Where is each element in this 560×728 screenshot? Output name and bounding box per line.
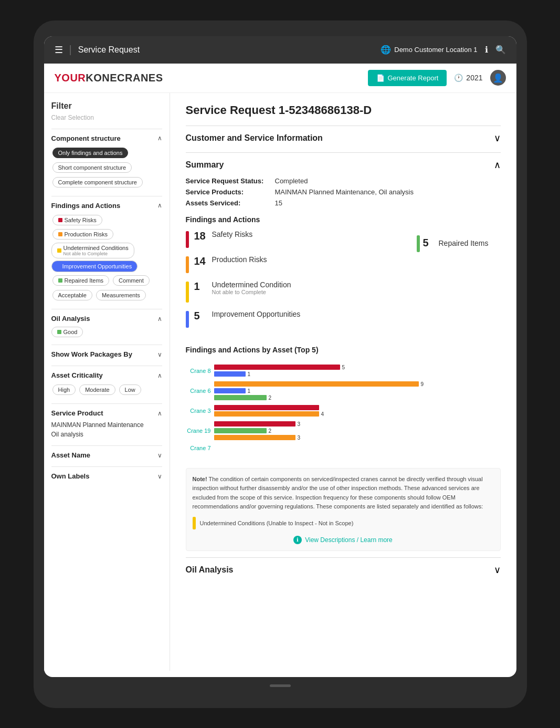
own-labels-header[interactable]: Own Labels ∨	[51, 472, 162, 480]
service-request-title: Service Request 1-52348686138-D	[186, 103, 501, 117]
report-icon: 📄	[376, 74, 385, 82]
asset-criticality-chevron[interactable]: ∧	[157, 372, 162, 379]
mainman-item: MAINMAN Planned Maintenance	[51, 421, 162, 429]
component-option-short[interactable]: Short component structure	[52, 162, 132, 173]
asset-criticality-header[interactable]: Asset Criticality ∧	[51, 371, 162, 379]
findings-actions-header[interactable]: Findings and Actions ∧	[51, 202, 162, 210]
findings-actions-chevron[interactable]: ∧	[157, 202, 162, 209]
crane8-bar-red: 5	[214, 365, 501, 370]
own-labels-section: Own Labels ∨	[51, 466, 162, 480]
learn-more-link[interactable]: ℹ View Descriptions / Learn more	[193, 536, 494, 544]
nav-title: Service Request	[78, 45, 140, 55]
asset-name-section: Asset Name ∨	[51, 445, 162, 459]
findings-actions-content-title: Findings and Actions	[186, 215, 501, 224]
crane19-row: Crane 19 3 2	[186, 421, 501, 441]
crane3-bars: 4	[214, 405, 501, 417]
work-packages-section: Show Work Packages By ∨	[51, 345, 162, 358]
crane8-red-bar	[214, 365, 340, 370]
crane8-red-num: 5	[342, 365, 345, 370]
oil-good-chip[interactable]: Good	[51, 327, 83, 337]
sidebar: Filter Clear Selection Component structu…	[44, 93, 170, 671]
oil-analysis-accordion-header[interactable]: Oil Analysis ∨	[186, 558, 501, 582]
component-option-complete[interactable]: Complete component structure	[52, 177, 143, 188]
crane3-label: Crane 3	[186, 408, 211, 414]
comment-chip[interactable]: Comment	[113, 275, 150, 286]
high-chip[interactable]: High	[52, 384, 76, 395]
improvement-chip[interactable]: Improvement Opportunities	[51, 261, 138, 272]
oil-analysis-item: Oil analysis	[51, 431, 162, 438]
findings-layout: 18 Safety Risks 14 Production Risks	[186, 230, 501, 335]
crane19-red-num: 3	[298, 421, 301, 427]
customer-chevron-icon: ∨	[494, 132, 501, 144]
customer-service-header[interactable]: Customer and Service Information ∨	[186, 126, 501, 150]
logo: YOURKONECRANES	[55, 72, 163, 84]
repaired-row: 5 Repaired Items	[417, 234, 501, 252]
crane19-bar-green: 2	[214, 428, 501, 434]
summary-title: Summary	[186, 160, 224, 170]
undetermined-note: Undetermined Conditions (Unable to Inspe…	[193, 517, 494, 529]
acceptable-label: Acceptable	[58, 292, 87, 298]
logo-brand: KONECRANES	[86, 72, 163, 84]
component-structure-chevron[interactable]: ∧	[157, 134, 162, 142]
undetermined-label: Undetermined Conditions	[64, 245, 129, 251]
oil-analysis-title: Oil Analysis	[51, 315, 90, 323]
work-packages-chevron[interactable]: ∨	[157, 351, 162, 358]
findings-right-col: 5 Repaired Items	[417, 230, 501, 335]
own-labels-title: Own Labels	[51, 472, 90, 480]
user-avatar[interactable]: 👤	[490, 70, 506, 86]
crane6-bar-orange: 9	[214, 381, 501, 387]
service-product-chevron[interactable]: ∧	[157, 410, 162, 417]
component-option-findings[interactable]: Only findings and actions	[52, 148, 129, 158]
crane6-orange-bar	[214, 381, 419, 387]
work-packages-header[interactable]: Show Work Packages By ∨	[51, 350, 162, 358]
bar-chart: Crane 8 5 1	[186, 360, 501, 460]
note-section: Note! The condition of certain component…	[186, 468, 501, 551]
repaired-bar	[417, 235, 420, 252]
safety-risks-count: 18	[194, 230, 207, 242]
oil-analysis-chevron[interactable]: ∧	[157, 315, 162, 323]
service-product-title: Service Product	[51, 409, 103, 417]
clear-selection-button[interactable]: Clear Selection	[51, 114, 162, 121]
status-value: Completed	[275, 177, 501, 185]
measurements-chip[interactable]: Measurements	[96, 290, 146, 300]
status-label: Service Request Status:	[186, 177, 270, 185]
safety-risks-label: Safety Risks	[65, 217, 97, 223]
repaired-items-chip[interactable]: Repaired Items	[52, 275, 110, 286]
asset-name-header[interactable]: Asset Name ∨	[51, 451, 162, 459]
yellow-bar-icon	[193, 517, 196, 529]
crane19-bar-red: 3	[214, 421, 501, 427]
hamburger-icon[interactable]: ☰	[55, 44, 63, 56]
undetermined-chip[interactable]: Undetermined Conditions Not able to Comp…	[51, 243, 134, 259]
top-nav-right: 🌐 Demo Customer Location 1 ℹ 🔍	[381, 45, 505, 55]
crane8-label: Crane 8	[186, 368, 211, 374]
undetermined-note-text: Undetermined Conditions (Unable to Inspe…	[200, 520, 354, 526]
note-body: The condition of certain components on s…	[193, 476, 483, 510]
safety-risks-chip[interactable]: Safety Risks	[52, 215, 102, 225]
learn-more-icon: ℹ	[293, 536, 302, 544]
improvement-bar	[186, 311, 189, 328]
header-right: 📄 Generate Report 🕐 2021 👤	[368, 70, 506, 86]
asset-name-chevron[interactable]: ∨	[157, 452, 162, 459]
low-chip[interactable]: Low	[119, 384, 141, 395]
oil-analysis-header[interactable]: Oil Analysis ∧	[51, 315, 162, 323]
own-labels-chevron[interactable]: ∨	[157, 473, 162, 480]
repaired-count: 5	[423, 237, 436, 249]
asset-criticality-chips: High Moderate Low	[51, 383, 162, 396]
search-icon[interactable]: 🔍	[495, 45, 506, 55]
production-risks-row: 14 Production Risks	[186, 255, 401, 273]
top-nav-left: ☰ | Service Request	[55, 44, 140, 56]
acceptable-chip[interactable]: Acceptable	[52, 290, 92, 300]
moderate-chip[interactable]: Moderate	[79, 384, 115, 395]
crane6-green-bar	[214, 395, 267, 400]
crane3-orange-num: 4	[321, 411, 324, 417]
production-risks-chip[interactable]: Production Risks	[52, 229, 114, 240]
products-label: Service Products:	[186, 188, 270, 196]
component-structure-header[interactable]: Component structure ∧	[51, 134, 162, 142]
info-icon[interactable]: ℹ	[485, 45, 488, 55]
by-asset-section: Findings and Actions by Asset (Top 5) Cr…	[186, 346, 501, 460]
generate-report-button[interactable]: 📄 Generate Report	[368, 70, 447, 86]
filter-label: Filter	[51, 101, 162, 111]
location-badge: 🌐 Demo Customer Location 1	[381, 45, 477, 55]
service-product-header[interactable]: Service Product ∧	[51, 409, 162, 417]
summary-header[interactable]: Summary ∧	[186, 153, 501, 177]
